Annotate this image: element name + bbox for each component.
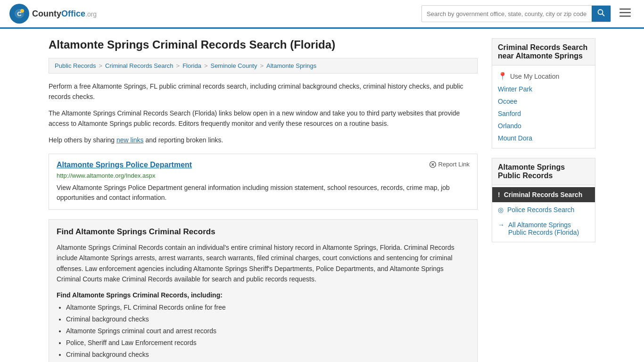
list-item: Criminal background checks	[66, 350, 470, 360]
search-input[interactable]	[422, 7, 592, 21]
desc-3: Help others by sharing new links and rep…	[49, 135, 478, 145]
link-card-desc: View Altamonte Springs Police Department…	[57, 183, 470, 203]
svg-rect-6	[619, 8, 631, 10]
sidebar-nearby-title: Criminal Records Search near Altamonte S…	[492, 38, 595, 65]
sidebar-link-criminal-records[interactable]: ! Criminal Records Search	[492, 187, 595, 202]
link-card-title[interactable]: Altamonte Springs Police Department	[57, 161, 192, 169]
arrow-icon: →	[498, 221, 504, 229]
sidebar-link-all-records[interactable]: → All Altamonte Springs Public Records (…	[492, 217, 595, 240]
list-item: Altamonte Springs, FL Criminal Records o…	[66, 303, 470, 313]
use-location-link[interactable]: 📍 Use My Location	[498, 69, 589, 83]
sidebar-nearby: Criminal Records Search near Altamonte S…	[492, 38, 595, 148]
breadcrumb-sep-2: >	[176, 62, 180, 69]
exclamation-icon: !	[498, 191, 500, 198]
report-link-button[interactable]: Report Link	[429, 161, 470, 168]
nearby-link-orlando[interactable]: Orlando	[498, 120, 589, 132]
menu-icon[interactable]	[616, 6, 635, 22]
list-item: Altamonte Springs criminal court and arr…	[66, 326, 470, 336]
find-section-title: Find Altamonte Springs Criminal Records	[57, 227, 470, 237]
breadcrumb-criminal-records[interactable]: Criminal Records Search	[105, 62, 173, 69]
find-including-title: Find Altamonte Springs Criminal Records,…	[57, 291, 470, 299]
list-item: Police, Sheriff and Law Enforcement reco…	[66, 338, 470, 348]
nearby-link-ocoee[interactable]: Ocoee	[498, 95, 589, 107]
sidebar: Criminal Records Search near Altamonte S…	[492, 38, 595, 362]
svg-rect-8	[619, 16, 631, 17]
breadcrumb-sep-1: >	[99, 62, 102, 69]
breadcrumb-florida[interactable]: Florida	[182, 62, 201, 69]
search-button[interactable]	[592, 6, 611, 22]
link-card-url[interactable]: http://www.altamonte.org/Index.aspx	[57, 172, 470, 179]
page-container: Altamonte Springs Criminal Records Searc…	[39, 29, 605, 362]
sidebar-link-police-records[interactable]: ◎ Police Records Search	[492, 202, 595, 217]
link-card: Altamonte Springs Police Department Repo…	[49, 154, 478, 210]
nearby-link-winter-park[interactable]: Winter Park	[498, 83, 589, 95]
logo[interactable]: C CountyOffice.org	[9, 4, 97, 24]
new-links-link[interactable]: new links	[116, 136, 144, 144]
header-right	[421, 5, 635, 22]
nearby-link-sanford[interactable]: Sanford	[498, 107, 589, 120]
svg-point-4	[598, 10, 603, 15]
search-bar[interactable]	[421, 5, 611, 22]
svg-rect-7	[619, 12, 631, 14]
breadcrumb-seminole[interactable]: Seminole County	[210, 62, 257, 69]
list-item: Criminal background checks	[66, 314, 470, 324]
find-section: Find Altamonte Springs Criminal Records …	[49, 219, 478, 362]
svg-line-5	[603, 14, 605, 16]
link-card-header: Altamonte Springs Police Department Repo…	[57, 161, 470, 169]
sidebar-public-title: Altamonte Springs Public Records	[492, 158, 595, 185]
breadcrumb-altamonte[interactable]: Altamonte Springs	[266, 62, 316, 69]
logo-icon: C	[9, 4, 29, 24]
desc-2: The Altamonte Springs Criminal Records S…	[49, 108, 478, 129]
svg-point-3	[20, 9, 24, 13]
nearby-link-mount-dora[interactable]: Mount Dora	[498, 132, 589, 144]
breadcrumb: Public Records > Criminal Records Search…	[49, 58, 478, 74]
find-list: Altamonte Springs, FL Criminal Records o…	[57, 303, 470, 360]
sidebar-public-records: Altamonte Springs Public Records ! Crimi…	[492, 158, 595, 242]
breadcrumb-sep-3: >	[204, 62, 208, 69]
sidebar-nearby-links: 📍 Use My Location Winter Park Ocoee Sanf…	[492, 65, 595, 148]
site-header: C CountyOffice.org	[0, 0, 644, 29]
circle-icon: ◎	[498, 206, 504, 214]
breadcrumb-public-records[interactable]: Public Records	[55, 62, 96, 69]
breadcrumb-sep-4: >	[260, 62, 264, 69]
logo-text: CountyOffice.org	[32, 9, 97, 19]
sidebar-public-links: ! Criminal Records Search ◎ Police Recor…	[492, 185, 595, 242]
page-title: Altamonte Springs Criminal Records Searc…	[49, 38, 478, 51]
main-content: Altamonte Springs Criminal Records Searc…	[49, 38, 478, 362]
sidebar-public-records-box: Altamonte Springs Public Records ! Crimi…	[492, 158, 595, 242]
find-section-text: Altamonte Springs Criminal Records conta…	[57, 242, 470, 285]
desc-1: Perform a free Altamonte Springs, FL pub…	[49, 81, 478, 102]
location-pin-icon: 📍	[498, 72, 507, 81]
